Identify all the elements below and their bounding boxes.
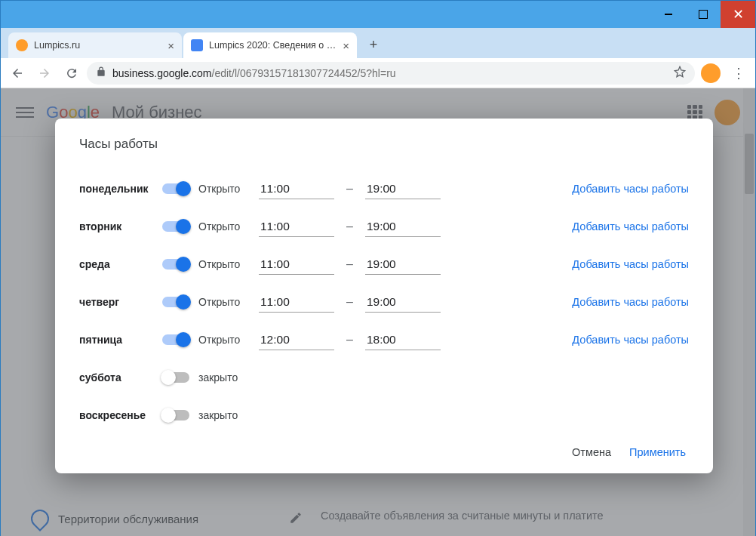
window-close-button[interactable]: ✕ bbox=[721, 1, 755, 28]
reload-button[interactable] bbox=[60, 61, 84, 85]
page-viewport: Google Мой бизнес Территории обслуживани… bbox=[1, 88, 755, 536]
extension-icon[interactable] bbox=[701, 63, 721, 83]
hours-row: вторникОткрыто–Добавить часы работы bbox=[79, 208, 689, 245]
hours-row: средаОткрыто–Добавить часы работы bbox=[79, 245, 689, 283]
forward-button[interactable] bbox=[32, 61, 57, 85]
status-label: Открыто bbox=[198, 334, 253, 346]
new-tab-button[interactable]: + bbox=[363, 34, 384, 55]
bookmark-star-icon[interactable] bbox=[674, 66, 686, 80]
open-toggle[interactable] bbox=[162, 334, 189, 345]
dialog-title: Часы работы bbox=[79, 137, 689, 152]
day-label: среда bbox=[79, 258, 162, 270]
browser-menu-button[interactable]: ⋮ bbox=[727, 65, 751, 82]
time-from-input[interactable] bbox=[259, 217, 334, 237]
time-to-input[interactable] bbox=[365, 292, 441, 313]
time-from-input[interactable] bbox=[259, 330, 334, 350]
add-hours-link[interactable]: Добавить часы работы bbox=[572, 296, 689, 308]
apply-button[interactable]: Применить bbox=[629, 446, 686, 458]
status-label: Открыто bbox=[198, 296, 253, 308]
day-label: понедельник bbox=[79, 183, 162, 195]
favicon-icon bbox=[191, 39, 203, 51]
time-separator: – bbox=[346, 295, 353, 309]
open-toggle[interactable] bbox=[162, 410, 189, 420]
hours-row: четвергОткрыто–Добавить часы работы bbox=[79, 283, 689, 321]
time-to-input[interactable] bbox=[365, 330, 441, 350]
lock-icon bbox=[96, 66, 106, 79]
open-toggle[interactable] bbox=[162, 372, 189, 383]
dialog-actions: Отмена Применить bbox=[79, 446, 689, 458]
hours-row: субботазакрыто bbox=[79, 359, 689, 396]
time-from-input[interactable] bbox=[259, 179, 334, 199]
time-to-input[interactable] bbox=[365, 217, 441, 237]
tab-title: Lumpics.ru bbox=[34, 40, 161, 51]
status-label: Открыто bbox=[198, 220, 253, 233]
hours-row: пятницаОткрыто–Добавить часы работы bbox=[79, 321, 689, 359]
add-hours-link[interactable]: Добавить часы работы bbox=[572, 334, 689, 346]
status-label: закрыто bbox=[198, 409, 253, 421]
time-separator: – bbox=[346, 333, 353, 347]
browser-toolbar: business.google.com/edit/l/0679315718130… bbox=[1, 58, 755, 88]
time-separator: – bbox=[346, 257, 353, 271]
open-toggle[interactable] bbox=[162, 297, 189, 307]
time-separator: – bbox=[346, 220, 353, 233]
url-text: business.google.com/edit/l/0679315718130… bbox=[112, 67, 668, 79]
browser-tab[interactable]: Lumpics.ru × bbox=[8, 32, 182, 58]
day-label: четверг bbox=[79, 296, 162, 308]
open-toggle[interactable] bbox=[162, 259, 189, 270]
address-bar[interactable]: business.google.com/edit/l/0679315718130… bbox=[87, 62, 695, 85]
time-from-input[interactable] bbox=[259, 254, 334, 275]
hours-row: понедельникОткрыто–Добавить часы работы bbox=[79, 170, 689, 208]
time-to-input[interactable] bbox=[365, 254, 441, 275]
day-label: суббота bbox=[79, 371, 162, 384]
day-label: вторник bbox=[79, 220, 162, 233]
cancel-button[interactable]: Отмена bbox=[572, 446, 611, 458]
day-label: воскресенье bbox=[79, 409, 162, 421]
tab-close-icon[interactable]: × bbox=[167, 39, 174, 52]
status-label: закрыто bbox=[198, 371, 253, 384]
add-hours-link[interactable]: Добавить часы работы bbox=[572, 220, 689, 233]
window-maximize-button[interactable] bbox=[686, 1, 721, 28]
hours-row: воскресеньезакрыто bbox=[79, 396, 689, 434]
tab-title: Lumpics 2020: Сведения о комп bbox=[209, 40, 337, 51]
status-label: Открыто bbox=[198, 183, 253, 195]
hours-dialog: Часы работы понедельникОткрыто–Добавить … bbox=[55, 119, 713, 473]
time-separator: – bbox=[346, 182, 353, 196]
browser-tabstrip: Lumpics.ru × Lumpics 2020: Сведения о ко… bbox=[1, 28, 755, 58]
add-hours-link[interactable]: Добавить часы работы bbox=[572, 183, 689, 195]
open-toggle[interactable] bbox=[162, 183, 189, 194]
tab-close-icon[interactable]: × bbox=[343, 39, 349, 52]
back-button[interactable] bbox=[5, 61, 29, 85]
window-minimize-button[interactable] bbox=[651, 1, 686, 28]
status-label: Открыто bbox=[198, 258, 253, 270]
favicon-icon bbox=[16, 39, 28, 51]
time-to-input[interactable] bbox=[365, 179, 441, 199]
add-hours-link[interactable]: Добавить часы работы bbox=[572, 258, 689, 270]
open-toggle[interactable] bbox=[162, 221, 189, 232]
time-from-input[interactable] bbox=[259, 292, 334, 313]
window-titlebar: ✕ bbox=[1, 1, 755, 28]
day-label: пятница bbox=[79, 334, 162, 346]
browser-tab-active[interactable]: Lumpics 2020: Сведения о комп × bbox=[183, 32, 357, 58]
